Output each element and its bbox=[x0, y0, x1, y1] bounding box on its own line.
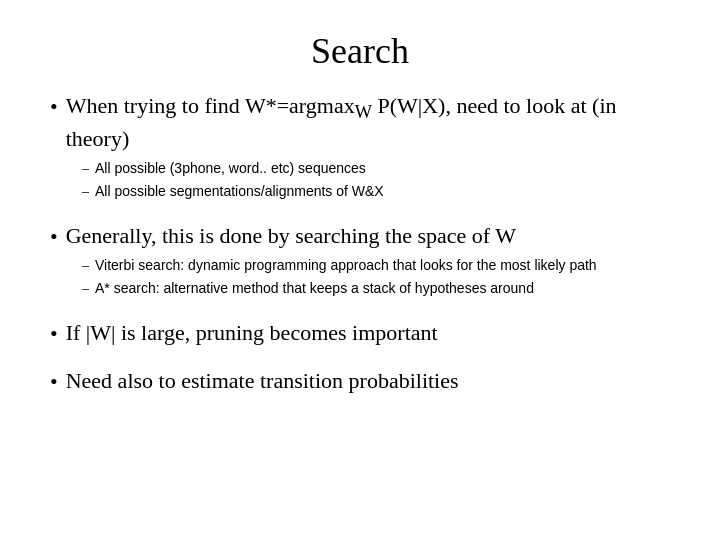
sub-dash-2-2: – bbox=[82, 278, 89, 299]
section-2: • Generally, this is done by searching t… bbox=[50, 222, 670, 306]
bullet-dot-1: • bbox=[50, 93, 58, 122]
slide-title: Search bbox=[50, 30, 670, 72]
sub-text-1-2: All possible segmentations/alignments of… bbox=[95, 181, 384, 202]
sub-text-2-2: A* search: alternative method that keeps… bbox=[95, 278, 534, 299]
sub-text-1-1: All possible (3phone, word.. etc) sequen… bbox=[95, 158, 366, 179]
bullet-text-1: When trying to find W*=argmaxW P(W|X), n… bbox=[66, 92, 670, 154]
bullet-dot-2: • bbox=[50, 223, 58, 252]
sub-dash-1-1: – bbox=[82, 158, 89, 179]
bullet-2: • Generally, this is done by searching t… bbox=[50, 222, 670, 252]
sub-bullets-2: – Viterbi search: dynamic programming ap… bbox=[82, 255, 670, 299]
bullet-dot-4: • bbox=[50, 368, 58, 397]
bullet-4: • Need also to estimate transition proba… bbox=[50, 367, 670, 397]
sub-dash-2-1: – bbox=[82, 255, 89, 276]
section-1: • When trying to find W*=argmaxW P(W|X),… bbox=[50, 92, 670, 208]
bullet-text-3: If |W| is large, pruning becomes importa… bbox=[66, 319, 438, 348]
section-4: • Need also to estimate transition proba… bbox=[50, 367, 670, 401]
bullet-3: • If |W| is large, pruning becomes impor… bbox=[50, 319, 670, 349]
sub-text-2-1: Viterbi search: dynamic programming appr… bbox=[95, 255, 597, 276]
sub-bullet-2-1: – Viterbi search: dynamic programming ap… bbox=[82, 255, 670, 276]
sub-bullets-1: – All possible (3phone, word.. etc) sequ… bbox=[82, 158, 670, 202]
slide: Search • When trying to find W*=argmaxW … bbox=[0, 0, 720, 540]
sub-bullet-2-2: – A* search: alternative method that kee… bbox=[82, 278, 670, 299]
sub-bullet-1-2: – All possible segmentations/alignments … bbox=[82, 181, 670, 202]
slide-content: • When trying to find W*=argmaxW P(W|X),… bbox=[50, 92, 670, 409]
bullet-text-2: Generally, this is done by searching the… bbox=[66, 222, 516, 251]
sub-dash-1-2: – bbox=[82, 181, 89, 202]
section-3: • If |W| is large, pruning becomes impor… bbox=[50, 319, 670, 353]
sub-bullet-1-1: – All possible (3phone, word.. etc) sequ… bbox=[82, 158, 670, 179]
bullet-text-4: Need also to estimate transition probabi… bbox=[66, 367, 459, 396]
bullet-1: • When trying to find W*=argmaxW P(W|X),… bbox=[50, 92, 670, 154]
bullet-dot-3: • bbox=[50, 320, 58, 349]
